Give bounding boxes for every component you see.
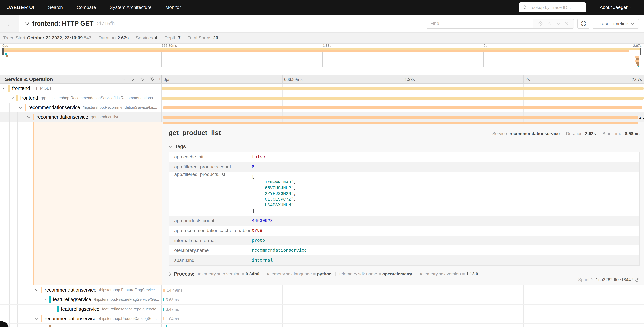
- span-name[interactable]: featureflagservicefeatureflagservice.rep…: [61, 304, 160, 314]
- span-bar[interactable]: [162, 87, 644, 90]
- span-bar[interactable]: [163, 298, 164, 301]
- prev-match-icon[interactable]: [548, 22, 552, 25]
- app-logo[interactable]: JAEGER UI: [7, 4, 34, 10]
- minimap-scrubber-handle[interactable]: [640, 48, 641, 55]
- trace-id-lookup[interactable]: [519, 2, 586, 12]
- focus-icon[interactable]: [538, 21, 543, 26]
- command-icon: ⌘: [580, 20, 586, 27]
- chevron-down-icon[interactable]: [2, 87, 6, 90]
- collapse-one-icon[interactable]: [122, 78, 126, 81]
- indent-guide: [17, 295, 18, 304]
- span-row[interactable]: recommendationservice/hipstershop.Featur…: [0, 285, 644, 295]
- expand-all-icon[interactable]: [150, 77, 154, 82]
- summary-label: Total Spans: [188, 36, 211, 40]
- back-button[interactable]: ←: [0, 15, 19, 32]
- operation-name: HTTP GET: [32, 86, 52, 91]
- nav-item-compare[interactable]: Compare: [76, 5, 96, 10]
- indent-guide: [26, 314, 26, 323]
- process-section-header[interactable]: Process:telemetry.auto.version=0.34b0tel…: [168, 271, 640, 277]
- span-name[interactable]: frontendgrpc.hipstershop.RecommendationS…: [20, 93, 161, 102]
- service-name: recommendationservice: [36, 114, 88, 120]
- nav-item-search[interactable]: Search: [48, 5, 63, 10]
- minimap-span-bar: [635, 56, 639, 58]
- span-bar[interactable]: [163, 317, 164, 320]
- span-bar[interactable]: [163, 288, 165, 292]
- indent-guide: [34, 295, 34, 304]
- keyboard-shortcuts-button[interactable]: ⌘: [577, 19, 590, 29]
- span-row[interactable]: frontendgrpc.hipstershop.RecommendationS…: [0, 93, 644, 103]
- span-row[interactable]: featureflagservice/hipstershop.FeatureFl…: [0, 295, 644, 304]
- service-color-bar: [8, 85, 10, 92]
- chevron-down-icon[interactable]: [10, 97, 14, 100]
- tick-label: 1.33s: [404, 77, 415, 82]
- span-name[interactable]: recommendationservice/hipstershop.Featur…: [45, 285, 160, 294]
- chevron-down-icon[interactable]: [27, 116, 30, 118]
- tag-value: proto: [252, 238, 265, 243]
- minimap-scrubber-handle[interactable]: [2, 48, 4, 55]
- tag-row: app.recommendation.cache_enabledtrue: [169, 226, 639, 236]
- nav-item-monitor[interactable]: Monitor: [165, 5, 181, 10]
- collapse-all-icon[interactable]: [140, 77, 144, 81]
- span-tree-cell: recommendationservice/hipstershop.Featur…: [0, 285, 162, 294]
- minimap-span-bar: [635, 60, 639, 62]
- indent-guide: [9, 295, 10, 304]
- summary-value: 20: [213, 36, 218, 40]
- tag-value: false: [252, 154, 265, 160]
- tag-key: app.cache_hit: [169, 154, 252, 160]
- span-row[interactable]: recommendationservice/hipstershop.Produc…: [0, 314, 644, 324]
- span-name[interactable]: frontendHTTP GET: [12, 84, 160, 93]
- timeline-gridline: [524, 314, 524, 323]
- span-name[interactable]: recommendationserviceget_product_list: [36, 112, 161, 122]
- trace-view-selector[interactable]: Trace Timeline: [593, 19, 639, 29]
- trace-title[interactable]: frontend: HTTP GET: [32, 20, 94, 27]
- detail-span-bar[interactable]: [163, 122, 638, 124]
- span-bar[interactable]: [163, 308, 164, 311]
- chevron-down-icon[interactable]: [43, 298, 47, 301]
- span-row[interactable]: recommendationserviceget_product_list2.6…: [0, 112, 644, 122]
- span-row[interactable]: [0, 324, 644, 327]
- span-bar[interactable]: [163, 106, 642, 109]
- expand-one-icon[interactable]: [132, 77, 134, 82]
- search-icon: [522, 5, 527, 10]
- about-jaeger-menu[interactable]: About Jaeger: [600, 5, 633, 10]
- chevron-down-icon[interactable]: [19, 106, 22, 109]
- indent-guide: [9, 314, 10, 323]
- span-row[interactable]: recommendationservice/hipstershop.Recomm…: [0, 103, 644, 112]
- tick-label: 666.89ms: [284, 77, 302, 82]
- service-color-bar: [41, 287, 42, 293]
- tags-section-header[interactable]: Tags: [168, 144, 640, 149]
- span-row[interactable]: frontendHTTP GET: [0, 84, 644, 93]
- span-bar[interactable]: [163, 116, 638, 119]
- column-resizer[interactable]: ‖: [159, 77, 160, 82]
- timeline-gridline: [282, 285, 282, 294]
- link-icon[interactable]: [635, 278, 640, 282]
- span-row[interactable]: featureflagservicefeatureflagservice.rep…: [0, 304, 644, 314]
- collapse-trace-chevron[interactable]: [25, 22, 29, 25]
- indent-guide: [26, 122, 26, 285]
- nav-item-system-architecture[interactable]: System Architecture: [110, 5, 152, 10]
- indent-guide: [17, 314, 18, 323]
- clear-find-icon[interactable]: [565, 22, 568, 26]
- trace-minimap[interactable]: [2, 48, 642, 67]
- bracket: ]: [252, 208, 296, 214]
- indent-guide: [26, 304, 26, 314]
- trace-id-lookup-input[interactable]: [529, 5, 582, 10]
- span-timeline-cell: 3.47ms: [162, 304, 644, 314]
- indent-guide: [26, 112, 26, 122]
- tags-table: app.cache_hitfalseapp.filtered_products.…: [168, 152, 640, 266]
- span-bar[interactable]: [162, 96, 644, 100]
- indent-guide: [1, 122, 1, 285]
- arrow-left-icon: ←: [6, 20, 12, 27]
- span-name[interactable]: recommendationservice/hipstershop.Recomm…: [28, 103, 160, 112]
- chevron-down-icon[interactable]: [35, 289, 38, 292]
- summary-value: 2.67s: [117, 36, 129, 40]
- tag-key: span.kind: [169, 258, 252, 263]
- find-input[interactable]: [426, 19, 533, 29]
- span-tree-cell: frontendHTTP GET: [0, 84, 162, 93]
- timeline-gridline: [403, 295, 403, 304]
- span-name[interactable]: featureflagservice/hipstershop.FeatureFl…: [53, 295, 161, 304]
- span-name[interactable]: recommendationservice/hipstershop.Produc…: [45, 314, 160, 323]
- chevron-down-icon[interactable]: [35, 318, 38, 320]
- minimap-span-bar: [637, 64, 639, 66]
- next-match-icon[interactable]: [556, 22, 560, 25]
